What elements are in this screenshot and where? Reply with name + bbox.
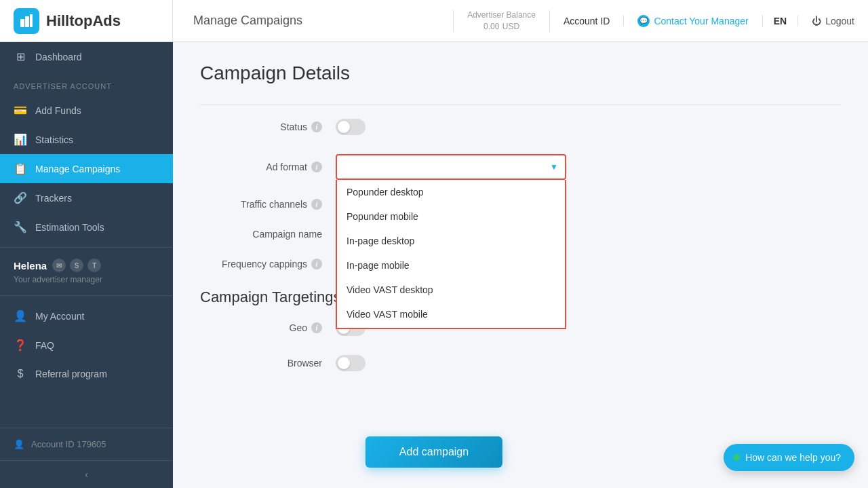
manager-name: Helena ✉ S T [14,259,159,272]
trackers-icon: 🔗 [14,191,27,204]
dropdown-item-popunder-desktop[interactable]: Popunder desktop [337,180,565,204]
referral-icon: $ [14,368,27,380]
frequency-cappings-label: Frequency cappings i [200,259,336,269]
account-id-icon: 👤 [14,439,24,449]
logout-label: Logout [825,16,854,26]
sidebar-item-my-account[interactable]: 👤 My Account [0,301,173,331]
svg-rect-0 [20,19,24,27]
sidebar-label-add-funds: Add Funds [35,105,81,116]
sidebar-label-faq: FAQ [35,340,54,351]
status-row: Status i [200,119,841,135]
balance-value: 0.00 USD [484,20,519,32]
sidebar-item-add-funds[interactable]: 💳 Add Funds [0,96,173,125]
dropdown-item-popunder-mobile[interactable]: Popunder mobile [337,204,565,229]
geo-help-icon[interactable]: i [311,322,322,333]
faq-icon: ❓ [14,339,27,352]
advertiser-balance: Advertiser Balance 0.00 USD [453,10,550,32]
layout: ⊞ Dashboard ADVERTISER ACCOUNT 💳 Add Fun… [0,42,868,488]
manager-subtitle: Your advertiser manager [14,275,159,284]
sidebar-item-manage-campaigns[interactable]: 📋 Manage Campaigns [0,154,173,183]
manager-skype-icon[interactable]: S [70,259,83,272]
sidebar-item-dashboard[interactable]: ⊞ Dashboard [0,42,173,71]
ad-format-help-icon[interactable]: i [311,162,322,172]
manage-campaigns-icon: 📋 [14,162,27,175]
manager-section: Helena ✉ S T Your advertiser manager [0,247,173,296]
dropdown-arrow-icon: ▼ [550,162,558,172]
sidebar-label-manage-campaigns: Manage Campaigns [35,164,120,174]
contact-label: Contact Your Manager [654,16,748,26]
sidebar-item-referral[interactable]: $ Referral program [0,360,173,388]
sidebar: ⊞ Dashboard ADVERTISER ACCOUNT 💳 Add Fun… [0,42,173,488]
dropdown-item-inpage-mobile[interactable]: In-page mobile [337,253,565,278]
logout-icon: ⏻ [812,16,821,26]
sidebar-label-trackers: Trackers [35,193,72,204]
status-help-icon[interactable]: i [311,121,322,132]
balance-label: Advertiser Balance [467,10,536,20]
sidebar-item-estimation-tools[interactable]: 🔧 Estimation Tools [0,212,173,242]
sidebar-label-referral: Referral program [35,369,107,379]
chat-label: How can we help you? [745,452,841,463]
browser-row: Browser [200,355,841,371]
svg-rect-1 [25,16,29,27]
ad-format-row: Ad format i ▼ Popunder desktop Popunder … [200,154,841,180]
ad-format-label: Ad format i [200,162,336,172]
dropdown-item-video-vast-desktop[interactable]: Video VAST desktop [337,278,565,302]
logo-icon [14,8,39,34]
logo-text: HilltopAds [46,12,121,30]
ad-format-dropdown-trigger[interactable]: ▼ [336,154,566,180]
ad-format-dropdown-container: ▼ Popunder desktop Popunder mobile In-pa… [336,154,566,180]
language-selector[interactable]: EN [763,16,798,26]
sidebar-item-statistics[interactable]: 📊 Statistics [0,125,173,154]
account-id-header: Account ID [550,16,624,26]
collapse-icon: ‹ [85,469,88,480]
my-account-icon: 👤 [14,309,27,322]
estimation-tools-icon: 🔧 [14,221,27,233]
header: HilltopAds Manage Campaigns Advertiser B… [0,0,868,42]
dropdown-item-banner-desktop[interactable]: Banner desktop [337,326,565,329]
browser-label: Browser [200,358,336,369]
status-label: Status i [200,121,336,132]
main-content: Campaign Details Status i Ad format i ▼ [173,42,868,488]
statistics-icon: 📊 [14,133,27,146]
account-id-label: Account ID [564,16,610,26]
campaign-name-label: Campaign name [200,229,336,240]
header-right: Advertiser Balance 0.00 USD Account ID 💬… [453,10,868,32]
sidebar-section-label: ADVERTISER ACCOUNT [0,71,173,96]
chat-widget[interactable]: How can we help you? [724,444,854,471]
manager-telegram-icon[interactable]: T [87,259,101,272]
frequency-help-icon[interactable]: i [311,259,322,269]
sidebar-label-dashboard: Dashboard [35,52,82,62]
chat-online-dot [733,454,740,461]
svg-rect-2 [30,14,33,27]
add-funds-icon: 💳 [14,104,27,117]
geo-label: Geo i [200,322,336,333]
sidebar-bottom: 👤 Account ID 179605 ‹ [0,428,173,488]
sidebar-account-id: 👤 Account ID 179605 [0,428,173,460]
logout-button[interactable]: ⏻ Logout [798,16,868,26]
page-title: Campaign Details [200,62,841,84]
sidebar-item-trackers[interactable]: 🔗 Trackers [0,183,173,212]
traffic-channels-label: Traffic channels i [200,199,336,210]
browser-toggle[interactable] [336,355,366,371]
divider [200,105,841,105]
dashboard-icon: ⊞ [14,50,27,63]
dropdown-item-inpage-desktop[interactable]: In-page desktop [337,229,565,253]
traffic-help-icon[interactable]: i [311,199,322,210]
logo: HilltopAds [0,0,173,41]
page-header-title: Manage Campaigns [173,14,453,28]
chat-icon: 💬 [637,15,650,27]
sidebar-item-faq[interactable]: ❓ FAQ [0,331,173,360]
sidebar-label-my-account: My Account [35,311,84,322]
status-toggle[interactable] [336,119,366,135]
ad-format-dropdown-list: Popunder desktop Popunder mobile In-page… [336,180,566,329]
account-id-text: Account ID 179605 [31,439,106,449]
contact-manager-button[interactable]: 💬 Contact Your Manager [624,15,762,27]
manager-contact-icons: ✉ S T [52,259,101,272]
sidebar-collapse-button[interactable]: ‹ [0,460,173,488]
sidebar-label-estimation-tools: Estimation Tools [35,222,104,233]
add-campaign-button[interactable]: Add campaign [366,436,502,468]
dropdown-item-video-vast-mobile[interactable]: Video VAST mobile [337,302,565,326]
sidebar-label-statistics: Statistics [35,134,73,145]
manager-email-icon[interactable]: ✉ [52,259,66,272]
